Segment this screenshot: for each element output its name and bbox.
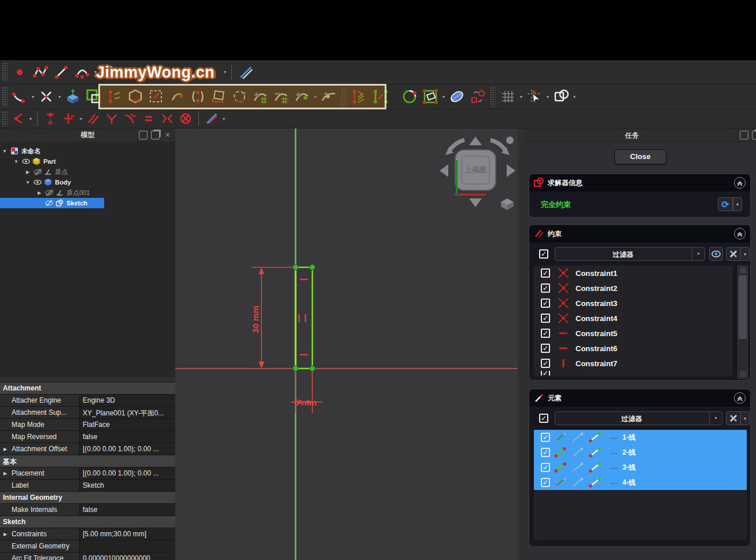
panel-dock-icon[interactable] — [139, 131, 147, 139]
panel-dock-icon[interactable] — [740, 131, 748, 139]
constraints-settings-button[interactable] — [726, 247, 741, 261]
rendering-order-icon[interactable] — [552, 88, 570, 105]
constraint-tangent-icon[interactable] — [123, 111, 138, 126]
bspline-pole-square-icon[interactable] — [210, 88, 227, 105]
hidden-eye-icon[interactable] — [34, 168, 42, 176]
expander-icon[interactable]: ▶ — [24, 170, 31, 175]
grid-toggle-icon[interactable] — [499, 88, 517, 105]
constraint-checkbox[interactable]: ✓ — [541, 268, 550, 278]
constraint-checkbox[interactable]: ✓ — [541, 314, 550, 323]
rendering-dropdown-arrow[interactable]: ▼ — [571, 88, 577, 105]
bspline-increase-degree-icon[interactable] — [252, 88, 269, 105]
constraints-filter-combobox[interactable]: 过滤器 ▼ — [555, 247, 705, 261]
tree-item-body[interactable]: ▼ Body — [0, 177, 175, 187]
extrude-face-icon[interactable] — [64, 88, 82, 105]
expander-icon[interactable]: ▼ — [24, 180, 31, 185]
constraint-row[interactable]: ✓Constraint6 — [534, 341, 733, 356]
element-checkbox[interactable]: ✓ — [541, 463, 550, 472]
rotate-cw-arrow[interactable] — [491, 140, 506, 152]
bspline-increase-knot-icon[interactable] — [293, 88, 311, 105]
constraint-checkbox[interactable]: ✓ — [541, 299, 550, 308]
create-polyline-icon[interactable] — [32, 64, 49, 81]
settings-dropdown-arrow[interactable]: ▼ — [741, 411, 750, 425]
element-row-selected[interactable]: ✓ — 3-线 — [534, 460, 747, 475]
toolbar-grip[interactable] — [2, 87, 8, 106]
elements-settings-button[interactable] — [726, 411, 741, 425]
property-group-internal-geometry[interactable]: Internal Geometry — [0, 492, 175, 504]
dimension-dropdown-arrow[interactable]: ▼ — [221, 110, 227, 127]
constraint-row[interactable]: ✓Constraint4 — [534, 311, 733, 326]
bspline-convert-icon[interactable] — [106, 88, 123, 105]
vertical-dropdown-arrow[interactable]: ▼ — [78, 110, 84, 127]
vertex-bottom-left[interactable] — [293, 366, 298, 371]
constraint-parallel-icon[interactable] — [86, 111, 101, 126]
dimension-5mm[interactable]: 5 mm — [291, 370, 323, 413]
collapse-chevron-icon[interactable] — [734, 392, 746, 404]
constraint-dimension-icon[interactable] — [204, 111, 219, 126]
dimension-30mm-label[interactable]: 30 mm — [250, 305, 260, 333]
constraint-row[interactable]: ✓Constraint5 — [534, 326, 733, 341]
iso-cube-icon[interactable] — [500, 197, 515, 211]
property-value[interactable]: FlatFace — [80, 419, 175, 430]
property-row[interactable]: ▶Attachment Offset[(0.00 0.00 1.00); 0.0… — [0, 443, 175, 455]
element-checkbox[interactable]: ✓ — [541, 478, 550, 487]
circle-dropdown-arrow[interactable]: ▼ — [222, 64, 228, 81]
panel-float-icon[interactable] — [752, 131, 756, 139]
constraint-row[interactable]: ✓Constraint1 — [534, 266, 733, 281]
panel-close-icon[interactable]: ✕ — [163, 131, 172, 139]
constraints-select-all-checkbox[interactable]: ✓ — [539, 249, 548, 259]
recompute-icon[interactable]: ⟳ — [718, 197, 733, 211]
settings-dropdown-arrow[interactable]: ▼ — [741, 247, 750, 261]
element-row-selected[interactable]: ✓ — 2-线 — [534, 445, 747, 460]
create-regular-polygon-icon[interactable] — [422, 88, 439, 105]
element-row-selected[interactable]: ✓ — 1-线 — [534, 430, 747, 445]
element-checkbox[interactable]: ✓ — [541, 433, 550, 442]
constraint-vertical-icon[interactable] — [61, 111, 76, 126]
toolbar-grip[interactable] — [341, 87, 346, 106]
filter-dropdown-arrow[interactable]: ▼ — [692, 248, 705, 260]
trim-dropdown-arrow[interactable]: ▼ — [57, 88, 62, 105]
constraint-symmetric-icon[interactable] — [160, 111, 175, 126]
constraint-row[interactable]: ✓Constraint3 — [534, 296, 733, 311]
property-value[interactable]: Engine 3D — [80, 395, 175, 406]
scrollbar-thumb[interactable] — [739, 275, 747, 339]
select-redundant-constraints-icon[interactable] — [350, 88, 367, 105]
elements-select-all-checkbox[interactable]: ✓ — [539, 414, 548, 423]
bspline-decrease-degree-icon[interactable] — [272, 88, 290, 105]
dimension-5mm-label[interactable]: 5 mm — [294, 397, 316, 407]
property-value[interactable]: [(0.00 0.00 1.00); 0.00 ... — [80, 443, 175, 455]
nav-sphere-icon[interactable] — [506, 137, 514, 144]
property-row[interactable]: Arc Fit Tolerance0.0000010000000000 — [0, 552, 175, 560]
bspline-control-box-icon[interactable] — [147, 88, 165, 105]
property-row[interactable]: Attacher EngineEngine 3D — [0, 395, 175, 407]
expander-icon[interactable]: ▶ — [0, 467, 10, 479]
recompute-dropdown-arrow[interactable]: ▼ — [733, 197, 742, 211]
view-cube-label[interactable]: 上视图 — [464, 165, 487, 175]
elements-section-header[interactable]: 元素 — [529, 389, 750, 407]
dimension-tool-icon[interactable] — [237, 64, 255, 81]
panel-float-icon[interactable] — [151, 131, 160, 139]
property-row[interactable]: ▶Placement[(0.00 0.00 1.00); 0.00 ... — [0, 467, 175, 480]
fillet-dropdown-arrow[interactable]: ▼ — [30, 88, 36, 105]
toolbar-grip[interactable] — [490, 87, 496, 106]
create-point-icon[interactable] — [11, 64, 28, 81]
nav-arrow-down[interactable] — [469, 198, 482, 207]
knot-dropdown-arrow[interactable]: ▼ — [312, 88, 318, 105]
tree-item-sketch[interactable]: Sketch — [0, 198, 104, 208]
vertex-bottom-right[interactable] — [310, 366, 315, 371]
constraint-block-icon[interactable] — [178, 111, 193, 126]
element-row-selected[interactable]: ✓ — 4-线 — [534, 475, 747, 490]
constraint-row-partial[interactable]: ✓ — [534, 371, 733, 375]
collapse-chevron-icon[interactable] — [734, 177, 746, 189]
tree-item-document[interactable]: ▼ 未命名 — [0, 146, 175, 156]
visible-eye-icon[interactable] — [22, 157, 30, 165]
constraint-checkbox[interactable]: ✓ — [541, 344, 550, 353]
vertex-top-left[interactable] — [293, 265, 298, 270]
grid-dropdown-arrow[interactable]: ▼ — [518, 88, 524, 105]
nav-arrow-right[interactable] — [507, 164, 515, 177]
property-value[interactable]: false — [80, 431, 175, 443]
nav-arrow-up[interactable] — [469, 137, 482, 145]
scroll-up-button[interactable] — [740, 267, 746, 274]
constraint-row[interactable]: ✓Constraint7 — [534, 356, 733, 371]
vertex-top-right[interactable] — [310, 265, 315, 270]
